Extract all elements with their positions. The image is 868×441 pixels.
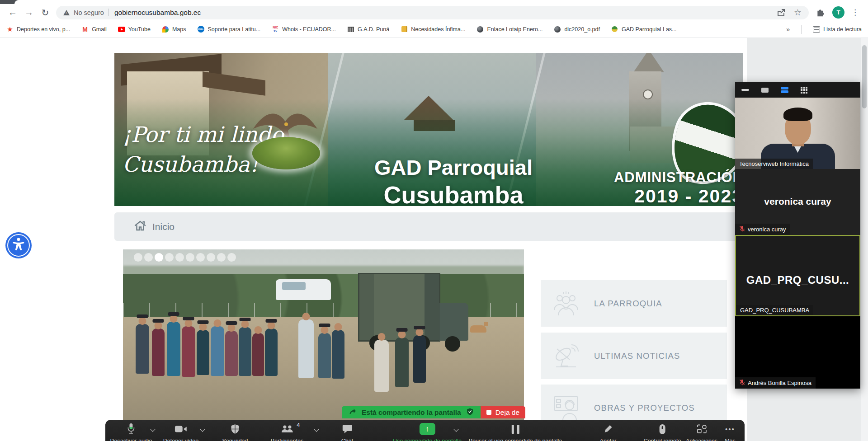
bookmark-label: Enlace Lotaip Enero... bbox=[487, 26, 542, 33]
carousel-dot[interactable] bbox=[207, 253, 215, 262]
pause-share-button[interactable]: Pausar el uso compartido de pantalla bbox=[469, 423, 562, 441]
strip-view-icon[interactable] bbox=[781, 87, 788, 93]
participant-name-label: veronica curay bbox=[735, 224, 790, 235]
reload-button[interactable]: ↻ bbox=[37, 7, 53, 18]
annotate-button[interactable]: Anotar bbox=[600, 423, 617, 441]
reading-list-label: Lista de lectura bbox=[823, 26, 862, 33]
more-button[interactable]: ••• Más bbox=[725, 423, 736, 441]
address-bar[interactable]: ! No seguro gobiernocusubamba.gob.ec ☆ bbox=[56, 6, 809, 19]
remote-control-button[interactable]: Control remoto bbox=[644, 423, 681, 441]
participant-video-tile[interactable]: Tecnoserviweb Informática bbox=[735, 98, 860, 169]
mute-button[interactable]: Desactivar audio bbox=[110, 423, 152, 441]
minimize-icon[interactable] bbox=[741, 89, 749, 91]
page-scrollbar[interactable] bbox=[861, 38, 868, 441]
stop-share-button[interactable]: Deja de bbox=[481, 406, 525, 418]
toolbar-label: Chat bbox=[341, 438, 353, 441]
more-dots-icon: ••• bbox=[725, 423, 735, 435]
bookmark-label: Maps bbox=[172, 26, 186, 33]
reading-list-button[interactable]: Lista de lectura bbox=[813, 26, 862, 33]
photo-person bbox=[413, 335, 426, 383]
bookmark-item[interactable]: Necesidades Ínfima... bbox=[401, 26, 465, 33]
speaker-view-icon[interactable] bbox=[761, 88, 769, 93]
active-tab-edge bbox=[14, 0, 33, 4]
bookmark-item[interactable]: NICec Whois - ECUADOR... bbox=[272, 26, 336, 33]
menu-label: ULTIMAS NOTICIAS bbox=[594, 351, 680, 361]
accessibility-person-icon bbox=[10, 236, 27, 254]
toolbar-label: Seguridad bbox=[222, 438, 248, 441]
toolbar-label: Pausar el uso compartido de pantalla bbox=[469, 438, 562, 441]
active-speaker-tile[interactable]: GAD_PRQ_CUSU... GAD_PRQ_CUSUBAMBA bbox=[735, 235, 860, 316]
share-page-icon[interactable] bbox=[777, 9, 785, 16]
yellow-doc-favicon bbox=[401, 26, 408, 33]
carousel-dot[interactable] bbox=[144, 253, 153, 262]
breadcrumb-label[interactable]: Inicio bbox=[152, 221, 175, 232]
carousel-dot[interactable] bbox=[134, 253, 142, 262]
bookmark-item[interactable]: dic2020_o.pdf bbox=[554, 26, 600, 33]
photo-person bbox=[136, 324, 149, 374]
photo-person bbox=[239, 327, 251, 376]
share-screen-button[interactable]: ↑ Uso compartido de pantalla bbox=[393, 423, 462, 441]
security-shield-icon[interactable] bbox=[467, 408, 473, 417]
scrollbar-thumb[interactable] bbox=[862, 45, 867, 108]
chat-button[interactable]: Chat bbox=[341, 423, 353, 441]
bookmark-item[interactable]: M Gmail bbox=[81, 26, 107, 33]
browser-toolbar: ← → ↻ ! No seguro gobiernocusubamba.gob.… bbox=[0, 4, 868, 21]
share-status: Está compartiendo la pantalla bbox=[342, 406, 481, 418]
url-divider bbox=[108, 9, 109, 16]
toolbar-label: Aplicaciones bbox=[686, 438, 717, 441]
participant-camera-off-tile[interactable]: Andrés Bonilla Espinosa bbox=[735, 316, 860, 389]
photo-person bbox=[318, 333, 331, 378]
bookmark-item[interactable]: ★ Deportes en vivo, p... bbox=[6, 26, 70, 33]
stop-video-button[interactable]: Detener vídeo bbox=[163, 423, 199, 441]
bookmark-star-icon[interactable]: ☆ bbox=[794, 7, 802, 18]
bookmark-item[interactable]: GAD Parroquial Las... bbox=[611, 26, 677, 33]
participants-button[interactable]: 4 Participantes bbox=[271, 423, 303, 441]
bookmark-item[interactable]: DELL Soporte para Latitu... bbox=[197, 26, 260, 33]
video-options-chevron-icon[interactable] bbox=[200, 427, 205, 432]
carousel-dot[interactable] bbox=[217, 253, 226, 262]
menu-card-la-parroquia[interactable]: LA PARROQUIA bbox=[541, 280, 727, 327]
forward-button[interactable]: → bbox=[21, 7, 37, 18]
bookmark-label: dic2020_o.pdf bbox=[564, 26, 600, 33]
carousel-dot-active[interactable] bbox=[155, 253, 163, 262]
extensions-icon[interactable] bbox=[816, 8, 825, 17]
participants-options-chevron-icon[interactable] bbox=[314, 427, 319, 432]
carousel-dot[interactable] bbox=[186, 253, 194, 262]
mic-muted-icon bbox=[739, 225, 745, 233]
bookmark-item[interactable]: YouTube bbox=[118, 26, 151, 33]
apps-button[interactable]: Aplicaciones bbox=[686, 423, 717, 441]
screen-share-banner: Está compartiendo la pantalla Deja de bbox=[342, 406, 525, 418]
profile-avatar[interactable]: T bbox=[832, 6, 844, 19]
security-label: No seguro bbox=[74, 9, 104, 16]
security-button[interactable]: Seguridad bbox=[222, 423, 248, 441]
bookmark-item[interactable]: Enlace Lotaip Enero... bbox=[476, 26, 542, 33]
carousel-dot[interactable] bbox=[196, 253, 205, 262]
administration-line2: 2019 - 2023 bbox=[590, 186, 743, 206]
menu-card-ultimas-noticias[interactable]: ULTIMAS NOTICIAS bbox=[541, 333, 727, 379]
bookmark-item[interactable]: G.A.D. Puná bbox=[347, 26, 389, 33]
carousel-dot[interactable] bbox=[175, 253, 184, 262]
pause-icon bbox=[511, 423, 519, 435]
bookmarks-divider bbox=[801, 25, 802, 34]
bookmark-label: Gmail bbox=[92, 26, 107, 33]
participants-icon: 4 bbox=[281, 423, 293, 435]
administration-caption: ADMINISTRACIÓN 2019 - 2023 bbox=[590, 169, 743, 206]
not-secure-warning-icon: ! bbox=[63, 10, 70, 15]
back-button[interactable]: ← bbox=[5, 7, 21, 18]
carousel-dot[interactable] bbox=[227, 253, 236, 262]
participants-count-badge: 4 bbox=[297, 422, 300, 428]
bookmark-item[interactable]: Maps bbox=[162, 26, 186, 33]
administration-line1: ADMINISTRACIÓN bbox=[590, 169, 743, 186]
carousel-dot[interactable] bbox=[165, 253, 174, 262]
browser-menu-icon[interactable]: ⋮ bbox=[851, 8, 859, 17]
home-icon bbox=[134, 220, 146, 233]
bookmarks-overflow-button[interactable]: » bbox=[786, 25, 790, 33]
chat-icon bbox=[342, 423, 353, 435]
accessibility-button[interactable] bbox=[5, 232, 32, 258]
toolbar-label: Desactivar audio bbox=[110, 438, 152, 441]
gallery-view-icon[interactable] bbox=[801, 87, 807, 94]
photo-person bbox=[265, 328, 278, 376]
stop-share-label: Deja de bbox=[495, 408, 519, 417]
participant-name-tile[interactable]: veronica curay veronica curay bbox=[735, 169, 860, 235]
bookmark-label: G.A.D. Puná bbox=[358, 26, 389, 33]
